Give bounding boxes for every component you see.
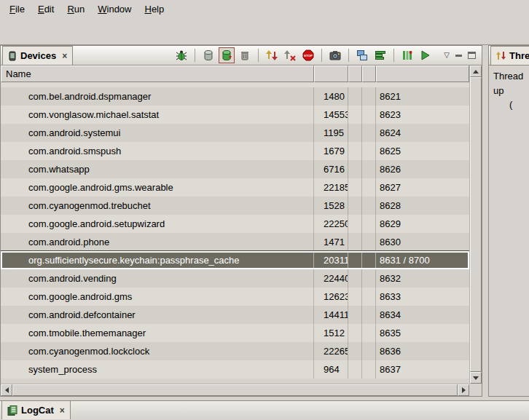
horizontal-scroll-thumb[interactable] [12, 384, 458, 396]
start-profiling-button[interactable] [418, 47, 434, 63]
cause-gc-button[interactable] [237, 47, 253, 63]
dump-hprof-button[interactable] [219, 47, 235, 63]
table-row[interactable]: com.android.defcontainer144118634 [1, 306, 469, 324]
cell-blank-1 [348, 251, 362, 269]
table-row[interactable]: com.tmobile.thememanager15128635 [1, 324, 469, 342]
cell-pid: 20311 [314, 251, 348, 269]
panel-sash[interactable] [482, 45, 488, 397]
menu-item-help[interactable]: Help [138, 1, 171, 17]
systrace-button[interactable] [372, 47, 388, 63]
horizontal-scrollbar[interactable] [1, 384, 469, 396]
devices-toolbar: STOP [173, 47, 436, 63]
table-row[interactable]: com.google.android.gms.wearable221858627 [1, 178, 469, 197]
debug-button[interactable] [173, 47, 189, 63]
cell-port: 8623 [376, 106, 469, 124]
minimize-icon[interactable] [455, 55, 462, 57]
toolbar-separator [393, 49, 394, 62]
cell-name: com.google.android.setupwizard [1, 215, 314, 233]
menu-item-file[interactable]: File [3, 1, 31, 17]
tab-devices-label: Devices [20, 50, 56, 61]
tab-threads[interactable]: Threa [490, 46, 529, 65]
table-row[interactable]: com.android.phone14718630 [1, 233, 469, 251]
column-header-port[interactable] [376, 66, 469, 82]
cell-blank-2 [362, 306, 376, 324]
cell-pid: 14553 [314, 106, 348, 124]
ui-hierarchy-button[interactable] [354, 47, 370, 63]
maximize-icon[interactable] [468, 52, 476, 59]
cell-blank-2 [362, 160, 376, 178]
cell-blank-2 [362, 124, 376, 142]
toolbar-separator [195, 49, 195, 62]
trash-icon [239, 49, 251, 61]
cell-blank-2 [362, 142, 376, 160]
cell-blank-2 [362, 178, 376, 197]
arrow-down-icon [473, 376, 479, 380]
vertical-scroll-thumb[interactable] [470, 77, 482, 372]
arrow-left-icon [5, 387, 9, 393]
toolbar-separator [321, 49, 322, 62]
table-row[interactable]: com.whatsapp67168626 [1, 160, 469, 178]
scroll-up-button[interactable] [470, 66, 482, 77]
cell-blank-1 [348, 360, 362, 379]
menubar: FileEditRunWindowHelp [0, 0, 529, 18]
tab-threads-label: Threa [509, 50, 529, 61]
table-row[interactable]: com.android.vending224408632 [1, 269, 469, 288]
update-threads-button[interactable] [264, 47, 280, 63]
table-row[interactable]: com.google.android.gms126238633 [1, 288, 469, 306]
cell-port: 8635 [376, 324, 469, 342]
column-header-pid[interactable] [314, 66, 348, 82]
cell-pid: 1195 [314, 124, 348, 142]
table-row[interactable]: com.google.android.setupwizard222508629 [1, 215, 469, 233]
main-area: Devices × [0, 45, 529, 397]
column-header-blank-1[interactable] [348, 66, 362, 82]
table-row[interactable]: com.bel.android.dspmanager14808621 [1, 87, 469, 106]
menu-item-edit[interactable]: Edit [31, 1, 60, 17]
threads-message: Thread up ( [489, 66, 529, 112]
column-header-blank-2[interactable] [362, 66, 376, 82]
menu-item-window[interactable]: Window [91, 1, 138, 17]
cell-blank-1 [348, 106, 362, 124]
scroll-left-button[interactable] [1, 384, 12, 396]
table-row[interactable]: com.cyanogenmod.trebuchet15288628 [1, 197, 469, 215]
cell-name: com.android.phone [1, 233, 314, 251]
table-row[interactable]: com.vonglasow.michael.satstat145538623 [1, 106, 469, 124]
cell-blank-2 [362, 87, 376, 106]
cell-blank-2 [362, 342, 376, 360]
table-row[interactable]: org.sufficientlysecure.keychain:passphra… [1, 251, 469, 269]
view-menu-icon[interactable]: ▽ [444, 52, 450, 59]
table-row[interactable]: com.android.systemui11958624 [1, 124, 469, 142]
close-icon[interactable]: × [58, 405, 65, 416]
vertical-scrollbar[interactable] [469, 66, 482, 384]
table-row[interactable]: com.cyanogenmod.lockclock222658636 [1, 342, 469, 360]
cell-pid: 14411 [314, 306, 348, 324]
scroll-down-button[interactable] [470, 372, 482, 384]
scroll-right-button[interactable] [458, 384, 469, 396]
tab-logcat[interactable]: LogCat × [1, 400, 71, 419]
cell-blank-1 [348, 233, 362, 251]
stop-threads-button[interactable] [282, 47, 298, 63]
method-profiling-button[interactable] [399, 47, 415, 63]
device-icon [8, 51, 17, 61]
application-window: FileEditRunWindowHelp Devices × [0, 0, 529, 419]
update-heap-button[interactable] [200, 47, 216, 63]
table-row[interactable]: system_process9648637 [1, 360, 469, 379]
cell-port: 8629 [376, 215, 469, 233]
cell-name: com.vonglasow.michael.satstat [1, 106, 314, 124]
tab-devices[interactable]: Devices × [2, 46, 73, 65]
table-row[interactable]: com.android.smspush16798625 [1, 142, 469, 160]
cell-name: com.android.defcontainer [1, 306, 314, 324]
stop-process-button[interactable]: STOP [300, 47, 316, 63]
camera-icon [329, 49, 341, 61]
panel-window-controls: ▽ [436, 52, 482, 59]
cell-blank-2 [362, 233, 376, 251]
cell-name: com.tmobile.thememanager [1, 324, 314, 342]
screenshot-button[interactable] [327, 47, 343, 63]
device-table-rows: com.bel.android.dspmanager14808621com.vo… [1, 82, 469, 384]
stop-icon: STOP [302, 49, 314, 61]
menu-item-run[interactable]: Run [60, 1, 91, 17]
column-header-name[interactable]: Name [1, 66, 314, 82]
method-profiling-icon [401, 49, 413, 61]
dump-hprof-icon [221, 49, 232, 61]
close-icon[interactable]: × [60, 51, 67, 61]
cell-pid: 22440 [314, 269, 348, 288]
